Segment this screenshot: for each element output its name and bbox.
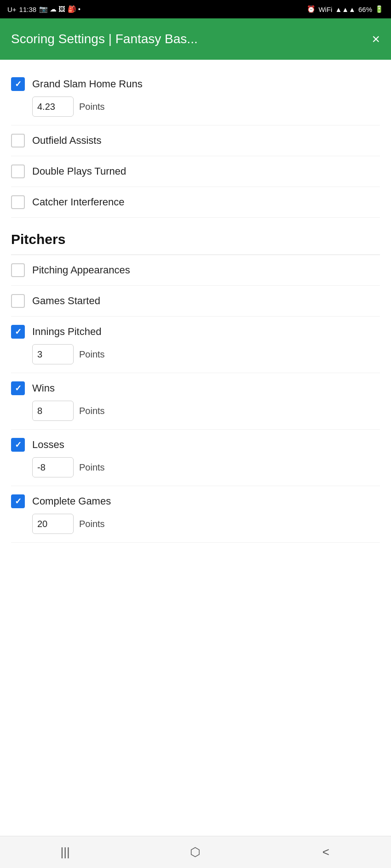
scoring-item-catcher-interference: Catcher Interference <box>11 187 380 218</box>
scoring-item-grand-slam-home-runs: Grand Slam Home Runs Points <box>11 69 380 125</box>
checkbox-double-plays-turned[interactable] <box>11 165 25 178</box>
label-grand-slam-home-runs: Grand Slam Home Runs <box>32 78 143 90</box>
wifi-icon: WiFi <box>318 6 332 13</box>
points-input-innings-pitched[interactable] <box>32 344 74 364</box>
battery-label: 66% <box>358 6 372 13</box>
nav-menu-button[interactable]: ||| <box>52 841 79 864</box>
status-icons: 📷 ☁ 🖼 🎒 • <box>39 5 80 13</box>
status-bar: U+ 11:38 📷 ☁ 🖼 🎒 • ⏰ WiFi ▲▲▲ 66% 🔋 <box>0 0 391 18</box>
label-losses: Losses <box>32 439 64 451</box>
home-icon: ⬡ <box>190 845 201 859</box>
checkbox-outfield-assists[interactable] <box>11 134 25 148</box>
checkbox-complete-games[interactable] <box>11 494 25 508</box>
checkbox-games-started[interactable] <box>11 294 25 308</box>
label-double-plays-turned: Double Plays Turned <box>32 165 126 177</box>
scoring-item-wins: Wins Points <box>11 373 380 430</box>
scoring-item-games-started: Games Started <box>11 286 380 317</box>
nav-back-button[interactable]: < <box>312 841 339 864</box>
time-label: 11:38 <box>19 6 37 13</box>
checkbox-pitching-appearances[interactable] <box>11 263 25 277</box>
checkbox-row: Losses <box>11 438 380 452</box>
checkbox-row: Games Started <box>11 294 380 308</box>
alarm-icon: ⏰ <box>307 5 316 13</box>
label-wins: Wins <box>32 382 55 394</box>
label-outfield-assists: Outfield Assists <box>32 135 101 147</box>
scoring-item-complete-games: Complete Games Points <box>11 486 380 543</box>
menu-icon: ||| <box>61 845 70 859</box>
app-header: Scoring Settings | Fantasy Bas... × <box>0 18 391 60</box>
bottom-nav: ||| ⬡ < <box>0 836 391 868</box>
pitchers-section-header: Pitchers <box>11 218 380 255</box>
points-input-complete-games[interactable] <box>32 514 74 534</box>
points-label-innings-pitched: Points <box>79 349 105 360</box>
label-pitching-appearances: Pitching Appearances <box>32 264 130 276</box>
checkbox-row: Innings Pitched <box>11 325 380 339</box>
battery-icon: 🔋 <box>375 5 384 13</box>
scoring-item-pitching-appearances: Pitching Appearances <box>11 255 380 286</box>
signal-icon: ▲▲▲ <box>335 6 356 13</box>
checkbox-row: Complete Games <box>11 494 380 508</box>
label-complete-games: Complete Games <box>32 495 111 507</box>
points-row-innings-pitched: Points <box>32 344 380 364</box>
points-label-complete-games: Points <box>79 519 105 529</box>
main-content: Grand Slam Home Runs Points Outfield Ass… <box>0 60 391 579</box>
checkbox-grand-slam-home-runs[interactable] <box>11 77 25 91</box>
points-label-wins: Points <box>79 406 105 416</box>
header-title: Scoring Settings | Fantasy Bas... <box>11 32 198 46</box>
points-row-wins: Points <box>32 401 380 421</box>
points-row-complete-games: Points <box>32 514 380 534</box>
checkbox-row: Double Plays Turned <box>11 165 380 178</box>
points-row-grand-slam: Points <box>32 96 380 117</box>
points-label-grand-slam: Points <box>79 102 105 112</box>
pitchers-section-title: Pitchers <box>11 232 65 247</box>
checkbox-wins[interactable] <box>11 381 25 395</box>
carrier-label: U+ <box>7 6 17 13</box>
points-row-losses: Points <box>32 457 380 477</box>
label-catcher-interference: Catcher Interference <box>32 196 125 208</box>
checkbox-innings-pitched[interactable] <box>11 325 25 339</box>
checkbox-row: Catcher Interference <box>11 195 380 209</box>
scoring-item-innings-pitched: Innings Pitched Points <box>11 317 380 373</box>
label-games-started: Games Started <box>32 295 100 307</box>
scoring-item-outfield-assists: Outfield Assists <box>11 125 380 156</box>
checkbox-row: Outfield Assists <box>11 134 380 148</box>
scoring-item-double-plays-turned: Double Plays Turned <box>11 156 380 187</box>
scoring-item-losses: Losses Points <box>11 430 380 486</box>
checkbox-row: Wins <box>11 381 380 395</box>
points-input-losses[interactable] <box>32 457 74 477</box>
label-innings-pitched: Innings Pitched <box>32 326 101 338</box>
checkbox-catcher-interference[interactable] <box>11 195 25 209</box>
points-input-wins[interactable] <box>32 401 74 421</box>
points-label-losses: Points <box>79 462 105 473</box>
checkbox-losses[interactable] <box>11 438 25 452</box>
points-input-grand-slam[interactable] <box>32 96 74 117</box>
back-icon: < <box>322 845 329 859</box>
status-left: U+ 11:38 📷 ☁ 🖼 🎒 • <box>7 5 80 13</box>
close-button[interactable]: × <box>372 32 380 46</box>
status-right: ⏰ WiFi ▲▲▲ 66% 🔋 <box>307 5 384 13</box>
checkbox-row: Grand Slam Home Runs <box>11 77 380 91</box>
nav-home-button[interactable]: ⬡ <box>182 841 209 864</box>
checkbox-row: Pitching Appearances <box>11 263 380 277</box>
